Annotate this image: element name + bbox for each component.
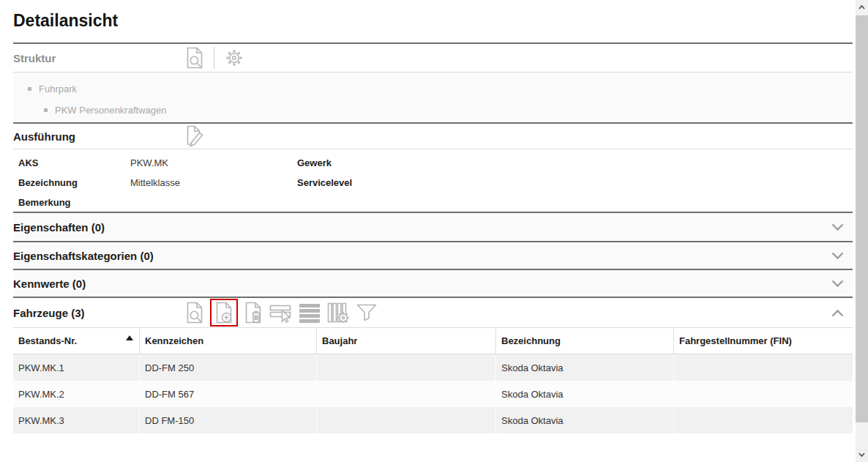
row-select-button[interactable]	[269, 302, 293, 324]
page-title: Detailansicht	[13, 0, 853, 42]
section-header-fahrzeuge: Fahrzeuge (3)	[13, 298, 853, 327]
ausfuehrung-toolbar	[184, 124, 205, 148]
document-search-icon	[185, 302, 204, 324]
tree-bullet-icon	[44, 108, 48, 112]
column-header-kennzeichen[interactable]: Kennzeichen	[139, 328, 316, 354]
row-select-icon	[269, 302, 292, 323]
chevron-down-icon	[858, 452, 865, 457]
expand-toggle[interactable]	[831, 280, 844, 288]
section-eigenschaften[interactable]: Eigenschaften (0)	[13, 213, 853, 241]
scroll-down-button[interactable]	[856, 447, 868, 462]
toolbar-divider	[214, 47, 214, 69]
field-label-servicelevel: Servicelevel	[292, 177, 438, 188]
ausfuehrung-label: Ausführung	[13, 130, 184, 143]
field-label-bemerkung: Bemerkung	[13, 197, 130, 208]
cell-bestands-nr: PKW.MK.2	[13, 381, 139, 407]
add-vehicle-button[interactable]	[210, 299, 238, 327]
table-header: Bestands-Nr. Kennzeichen Baujahr Bezeich…	[13, 328, 853, 354]
field-value-bezeichnung: Mittelklasse	[130, 177, 292, 188]
document-add-icon	[214, 302, 233, 324]
chevron-up-icon	[831, 309, 844, 317]
struktur-toolbar	[184, 46, 245, 70]
column-settings-icon	[327, 302, 349, 323]
rows-view-button[interactable]	[298, 302, 321, 324]
fahrzeuge-toolbar	[184, 299, 378, 327]
document-delete-icon	[244, 302, 263, 324]
cell-fin	[673, 407, 853, 433]
column-header-bestands-nr[interactable]: Bestands-Nr.	[13, 328, 139, 354]
tree-bullet-icon	[28, 87, 31, 91]
cell-baujahr	[316, 354, 495, 381]
cell-bestands-nr: PKW.MK.1	[13, 354, 139, 381]
tree-item-label: Fuhrpark	[39, 83, 77, 94]
delete-vehicle-button[interactable]	[243, 301, 263, 324]
structure-tree: Fuhrpark PKW Personenkraftwagen	[13, 72, 853, 122]
document-search-icon	[185, 47, 204, 69]
rows-icon	[299, 302, 321, 323]
sort-ascending-icon	[126, 335, 133, 340]
tree-item-label: PKW Personenkraftwagen	[55, 105, 166, 116]
field-row: Bemerkung	[13, 193, 853, 212]
fahrzeuge-label: Fahrzeuge (3)	[13, 307, 184, 319]
settings-button[interactable]	[223, 47, 245, 69]
section-kennwerte[interactable]: Kennwerte (0)	[13, 270, 853, 297]
cell-kennzeichen: DD FM-150	[139, 407, 316, 433]
chevron-down-icon	[831, 252, 844, 260]
scrollbar-thumb[interactable]	[856, 15, 868, 422]
cell-bestands-nr: PKW.MK.3	[13, 407, 139, 433]
field-label-aks: AKS	[13, 157, 130, 168]
section-label: Kennwerte (0)	[13, 277, 86, 290]
cell-fin	[673, 354, 853, 381]
tree-item-fuhrpark[interactable]: Fuhrpark	[13, 78, 853, 100]
collapse-toggle[interactable]	[831, 309, 844, 317]
ausfuehrung-fields: AKS PKW.MK Gewerk Bezeichnung Mittelklas…	[13, 149, 853, 212]
cell-fin	[673, 381, 853, 407]
column-header-fin[interactable]: Fahrgestellnummer (FIN)	[673, 328, 853, 354]
table-row[interactable]: PKW.MK.1 DD-FM 250 Skoda Oktavia	[13, 354, 853, 381]
field-label-bezeichnung: Bezeichnung	[13, 177, 130, 188]
document-search-button[interactable]	[184, 46, 205, 70]
edit-button[interactable]	[184, 124, 205, 148]
chevron-up-icon	[858, 5, 865, 10]
field-label-gewerk: Gewerk	[292, 157, 438, 168]
section-header-struktur: Struktur	[13, 44, 853, 72]
field-row: AKS PKW.MK Gewerk	[13, 153, 853, 173]
cell-kennzeichen: DD-FM 250	[139, 354, 316, 381]
struktur-label: Struktur	[13, 52, 184, 64]
section-label: Eigenschaftskategorien (0)	[13, 250, 154, 262]
expand-toggle[interactable]	[831, 223, 844, 231]
document-edit-icon	[185, 125, 204, 147]
cell-kennzeichen: DD-FM 567	[139, 381, 316, 407]
filter-icon	[356, 302, 378, 323]
section-eigenschaftskategorien[interactable]: Eigenschaftskategorien (0)	[13, 242, 853, 269]
column-header-bezeichnung[interactable]: Bezeichnung	[495, 328, 673, 354]
document-search-button[interactable]	[184, 301, 205, 324]
table-row[interactable]: PKW.MK.3 DD FM-150 Skoda Oktavia	[13, 407, 853, 433]
chevron-down-icon	[831, 280, 844, 288]
field-row: Bezeichnung Mittelklasse Servicelevel	[13, 173, 853, 193]
cell-baujahr	[316, 407, 495, 433]
expand-toggle[interactable]	[831, 252, 844, 260]
vertical-scrollbar[interactable]	[856, 0, 868, 462]
column-header-baujahr[interactable]: Baujahr	[316, 328, 495, 354]
cell-bezeichnung: Skoda Oktavia	[495, 381, 673, 407]
section-header-ausfuehrung: Ausführung	[13, 124, 853, 149]
tree-item-pkw[interactable]: PKW Personenkraftwagen	[13, 100, 853, 121]
field-value-aks: PKW.MK	[130, 157, 292, 168]
gear-icon	[224, 48, 244, 68]
detail-view: Detailansicht Struktur	[0, 0, 868, 462]
cell-bezeichnung: Skoda Oktavia	[495, 407, 673, 433]
cell-bezeichnung: Skoda Oktavia	[495, 354, 673, 381]
column-settings-button[interactable]	[326, 302, 350, 324]
filter-button[interactable]	[355, 302, 378, 324]
section-label: Eigenschaften (0)	[13, 221, 105, 234]
scroll-up-button[interactable]	[856, 0, 868, 15]
table-row[interactable]: PKW.MK.2 DD-FM 567 Skoda Oktavia	[13, 381, 853, 407]
chevron-down-icon	[831, 223, 844, 231]
cell-baujahr	[316, 381, 495, 407]
